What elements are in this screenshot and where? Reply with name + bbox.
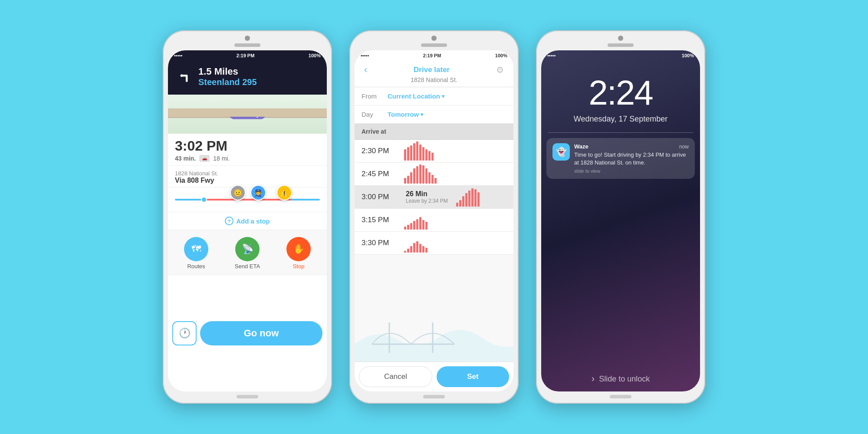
hazards-track: 😐 👮 ⚠️ [168, 187, 327, 212]
status-time-2: 2:19 PM [423, 53, 441, 58]
slide-chevron-icon: › [592, 373, 595, 385]
phone-speaker-2 [421, 43, 447, 47]
from-chevron-icon: ▾ [442, 93, 444, 99]
eta-bar: 3:02 PM 43 min. 🚗 18 mi. [168, 134, 327, 166]
from-value: Current Location ▾ [388, 92, 444, 100]
traffic-icon: 🚗 [199, 155, 210, 162]
nav-bottom-bar: 🕐 Go now [168, 275, 327, 391]
phone-speaker-3 [608, 43, 634, 47]
nav-actions-row: 🗺 Routes 📡 Send ETA ✋ Stop [168, 230, 327, 275]
signal-dots-3: ••••• [547, 53, 556, 58]
bar-area-0 [402, 140, 513, 162]
time-row-2-highlighted[interactable]: 3:00 PM 26 Min Leave by 2:34 PM [355, 186, 513, 209]
eta-time: 3:02 PM [175, 138, 320, 154]
signal-dots-1: ••••• [174, 53, 182, 58]
phone-home-1[interactable] [237, 395, 258, 398]
go-now-label: Go now [244, 328, 279, 339]
dl-spacer [355, 255, 513, 362]
phone-home-3[interactable] [610, 395, 631, 398]
battery-1: 100% [309, 53, 321, 58]
slide-to-unlock-bar[interactable]: › Slide to unlock [541, 366, 700, 391]
eta-miles: 18 mi. [213, 155, 230, 162]
notification-action[interactable]: slide to view [574, 168, 689, 174]
eta-minutes: 43 min. [175, 155, 196, 162]
phone-camera-1 [245, 36, 250, 41]
lock-time-display: 2:24 [541, 73, 700, 113]
status-time-1: 2:19 PM [237, 53, 255, 58]
status-bar-3: ••••• 100% [541, 50, 700, 60]
time-row-3[interactable]: 3:15 PM [355, 209, 513, 232]
cancel-button[interactable]: Cancel [359, 366, 432, 387]
send-eta-icon: 📡 [235, 237, 260, 261]
nav-header: 1.5 Miles Steenland 295 [168, 60, 327, 95]
day-field[interactable]: Day Tomorrow ▾ [355, 105, 513, 124]
drive-later-button[interactable]: 🕐 [172, 321, 197, 345]
arrive-at-header: Arrive at [355, 124, 402, 139]
routes-icon: 🗺 [184, 237, 208, 261]
dl-header-row: ‹ Drive later ⚙ [362, 64, 506, 76]
day-selection: Tomorrow [388, 111, 419, 118]
eta-details: 43 min. 🚗 18 mi. [175, 155, 320, 162]
bar-area-4 [402, 232, 513, 254]
phone-speaker-1 [234, 43, 260, 47]
map-area: East way [168, 95, 327, 134]
set-button[interactable]: Set [437, 366, 509, 387]
notification-text: Time to go! Start driving by 2:34 PM to … [574, 151, 689, 167]
dl-back-button[interactable]: ‹ [362, 64, 370, 76]
hazard-position-dot [201, 197, 207, 203]
phone-screen-1: ••••• 2:19 PM 100% 1.5 Miles Steenland 2… [168, 50, 327, 391]
waze-notification[interactable]: 👻 Waze now Time to go! Start driving by … [546, 138, 695, 179]
row-info-300pm: 26 Min Leave by 2:34 PM [402, 188, 454, 206]
time-300pm: 3:00 PM [355, 189, 402, 205]
time-row-4[interactable]: 3:30 PM [355, 232, 513, 255]
add-stop-label: Add a stop [236, 217, 270, 225]
go-now-button[interactable]: Go now [200, 321, 322, 345]
chart-col-header [402, 124, 513, 139]
cancel-label: Cancel [384, 372, 407, 381]
waze-app-icon: 👻 [552, 143, 570, 161]
time-315pm: 3:15 PM [355, 212, 402, 228]
add-stop-bar[interactable]: + Add a stop [168, 212, 327, 230]
battery-3: 100% [682, 53, 694, 58]
road-label: East way [229, 109, 266, 119]
table-header: Arrive at [355, 124, 513, 140]
day-chevron-icon: ▾ [421, 112, 423, 118]
nav-street: Steenland 295 [198, 77, 321, 87]
routes-button[interactable]: 🗺 Routes [172, 234, 220, 272]
send-eta-button[interactable]: 📡 Send ETA [224, 234, 271, 272]
send-eta-label: Send ETA [235, 263, 260, 270]
stop-button[interactable]: ✋ Stop [275, 234, 322, 272]
time-row-0[interactable]: 2:30 PM [355, 140, 513, 163]
bar-area-1 [402, 163, 513, 185]
phone-home-2[interactable] [423, 395, 445, 398]
notification-content: Waze now Time to go! Start driving by 2:… [574, 143, 689, 174]
bar-area-3 [402, 209, 513, 231]
bar-chart-0 [402, 140, 513, 162]
scenery-svg [355, 309, 513, 362]
hazard-icon-3: ⚠️ [276, 185, 292, 201]
hazard-icon-2: 👮 [250, 185, 266, 201]
phone-3-lock-screen: ••••• 100% 2:24 Wednesday, 17 September … [536, 30, 705, 404]
bar-chart-1 [402, 163, 513, 185]
notification-header: Waze now [574, 143, 689, 150]
slide-to-unlock-text: Slide to unlock [599, 375, 650, 384]
from-location: Current Location [388, 92, 440, 100]
nav-turn-arrow [174, 67, 193, 86]
time-230pm: 2:30 PM [355, 143, 402, 159]
route-via: Via 808 Fwy [175, 177, 320, 184]
bar-area-2 [454, 186, 513, 208]
battery-2: 100% [495, 53, 507, 58]
phone-2-drive-later: ••••• 2:19 PM 100% ‹ Drive later ⚙ 1828 … [349, 30, 519, 404]
dl-settings-icon[interactable]: ⚙ [493, 65, 506, 75]
route-destination: 1828 National St. [175, 170, 320, 177]
nav-distance: 1.5 Miles [198, 66, 321, 77]
hazard-icon-1: 😐 [230, 185, 246, 201]
row-min-label: 26 Min [406, 190, 451, 198]
lock-divider [548, 132, 693, 133]
dl-bottom-buttons: Cancel Set [355, 362, 513, 391]
from-field[interactable]: From Current Location ▾ [355, 87, 513, 105]
notification-app-name: Waze [574, 143, 589, 150]
bar-chart-3 [402, 209, 513, 231]
nav-info: 1.5 Miles Steenland 295 [198, 66, 321, 87]
time-row-1[interactable]: 2:45 PM [355, 163, 513, 186]
